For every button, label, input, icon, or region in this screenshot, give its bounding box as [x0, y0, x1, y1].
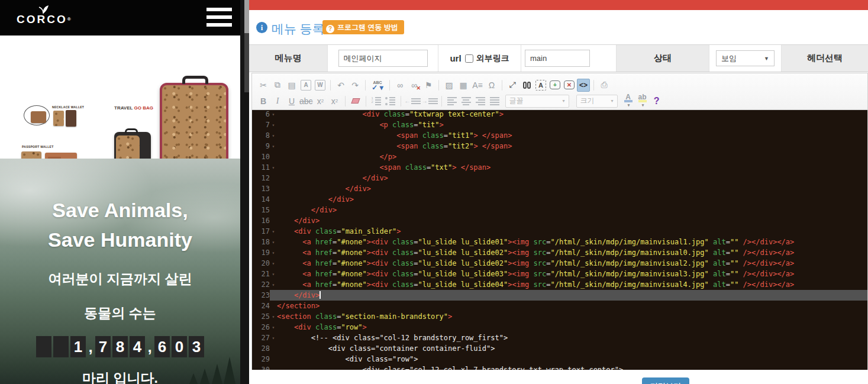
code-line-10[interactable]: 10 </p> — [252, 151, 867, 162]
fold-arrow-icon[interactable]: ▾ — [270, 165, 277, 170]
fold-arrow-icon[interactable]: ▾ — [270, 133, 277, 138]
counter-digit: 3 — [189, 336, 204, 357]
copy-icon[interactable]: ⧉ — [271, 79, 284, 92]
code-line-15[interactable]: 15 </div> — [252, 205, 867, 215]
code-line-21[interactable]: 21▾ <a href="#none"><div class="lu_slide… — [252, 269, 867, 279]
remove-format-icon[interactable] — [349, 95, 362, 108]
paste-word-icon[interactable]: W — [315, 80, 325, 91]
table-icon[interactable]: ▦ — [457, 79, 470, 92]
line-number: 10 — [252, 153, 270, 161]
link-icon[interactable]: ∞ — [393, 79, 406, 92]
preview-button[interactable]: 미리보기 — [642, 377, 689, 384]
anchor-icon[interactable]: ⚑ — [422, 79, 435, 92]
code-line-28[interactable]: 28 <div class="container container-fluid… — [252, 343, 867, 354]
code-line-6[interactable]: 6▾ <div class="txtwrap text-center"> — [252, 110, 867, 120]
code-line-18[interactable]: 18▾ <a href="#none"><div class="lu_slide… — [252, 237, 867, 247]
code-line-27[interactable]: 27▾ <!-- <div class="col-12 brandstory_r… — [252, 333, 867, 343]
text-color-icon[interactable]: A▾ — [622, 95, 635, 108]
fold-arrow-icon[interactable]: ▾ — [270, 261, 277, 266]
spellcheck-icon[interactable]: ABC✓ ▾ — [369, 79, 386, 92]
code-line-13[interactable]: 13 </div> — [252, 183, 867, 194]
code-line-16[interactable]: 16 </div> — [252, 215, 867, 226]
fold-arrow-icon[interactable]: ▾ — [270, 282, 277, 288]
code-line-22[interactable]: 22▾ <a href="#none"><div class="lu_slide… — [252, 279, 867, 290]
counter-digit: 6 — [154, 336, 170, 357]
paste-icon[interactable]: ▤ — [285, 79, 298, 92]
paste-text-icon[interactable]: A — [301, 80, 311, 91]
source-button[interactable]: <> — [577, 79, 590, 92]
code-line-23[interactable]: 23 </div> — [252, 290, 867, 301]
product-slider[interactable]: NECKLACE WALLET TRAVEL GO BAG PASSPORT W… — [0, 36, 240, 159]
code-line-17[interactable]: 17▾ <div class="main_slider"> — [252, 226, 867, 237]
site-logo[interactable]: CORCO® — [17, 5, 70, 25]
fold-arrow-icon[interactable]: ▾ — [270, 272, 277, 277]
fold-arrow-icon[interactable]: ▾ — [270, 122, 277, 128]
preview-scrollbar[interactable] — [240, 0, 249, 384]
align-left-icon[interactable] — [446, 95, 459, 108]
image-icon[interactable]: ▨ — [443, 79, 456, 92]
fold-arrow-icon[interactable]: ▾ — [270, 250, 277, 256]
code-line-20[interactable]: 20▾ <a href="#none"><div class="lu_slide… — [252, 258, 867, 269]
code-line-7[interactable]: 7▾ <p class="tit"> — [252, 120, 867, 130]
unlink-icon[interactable]: ∞✕ — [408, 79, 421, 92]
subscript-icon[interactable]: x2 — [314, 95, 327, 108]
code-line-14[interactable]: 14 </div> — [252, 194, 867, 205]
external-link-checkbox[interactable] — [465, 54, 473, 63]
fold-arrow-icon[interactable]: ▾ — [270, 314, 277, 320]
fold-arrow-icon[interactable]: ▾ — [270, 112, 277, 117]
code-line-12[interactable]: 12 </div> — [252, 173, 867, 183]
code-line-29[interactable]: 29 <div class="row"> — [252, 354, 867, 364]
superscript-icon[interactable]: x2 — [328, 95, 341, 108]
code-line-9[interactable]: 9▾ <span class="tit2"> </span> — [252, 141, 867, 151]
find-replace-icon[interactable] — [520, 79, 533, 92]
align-center-icon[interactable] — [460, 95, 473, 108]
fold-arrow-icon[interactable]: ▾ — [270, 144, 277, 149]
italic-icon[interactable]: I — [271, 95, 284, 108]
hamburger-menu-icon[interactable] — [206, 8, 232, 27]
font-combo[interactable]: 글꼴▾ — [505, 95, 569, 108]
redo-icon[interactable]: ↷ — [349, 79, 362, 92]
underline-icon[interactable]: U — [285, 95, 298, 108]
menu-name-label: 메뉴명 — [249, 45, 328, 72]
numbered-list-icon[interactable] — [370, 95, 383, 108]
hero-title: Save Animals, Save Humanity — [0, 195, 240, 254]
cut-icon[interactable]: ✂ — [257, 79, 270, 92]
maximize-icon[interactable]: ⤢ — [506, 79, 519, 92]
source-code-area[interactable]: 6▾ <div class="txtwrap text-center">7▾ <… — [252, 110, 867, 370]
templates-icon[interactable]: ✕ — [564, 80, 575, 89]
align-justify-icon[interactable] — [488, 95, 501, 108]
url-input[interactable] — [525, 50, 590, 67]
code-line-26[interactable]: 26▾ <div class="row"> — [252, 322, 867, 333]
about-icon[interactable]: ? — [650, 95, 663, 108]
print-icon[interactable]: ⎙ — [598, 79, 611, 92]
program-link-help-button[interactable]: ?프로그램 연동 방법 — [322, 20, 404, 34]
code-line-24[interactable]: 24</section> — [252, 301, 867, 311]
status-select[interactable]: 보임 ▼ — [716, 50, 775, 66]
undo-icon[interactable]: ↶ — [334, 79, 347, 92]
horizontal-rule-icon[interactable]: A≡ — [471, 79, 484, 92]
code-line-25[interactable]: 25▾<section class="section-main-brandsto… — [252, 311, 867, 322]
fold-arrow-icon[interactable]: ▾ — [270, 240, 277, 245]
line-number: 23 — [252, 291, 270, 299]
fold-arrow-icon[interactable]: ▾ — [270, 229, 277, 234]
align-right-icon[interactable] — [474, 95, 487, 108]
select-all-icon[interactable]: A — [535, 80, 546, 91]
menu-name-input[interactable] — [338, 50, 428, 67]
admin-panel: i 메뉴 등록 ?프로그램 연동 방법 메뉴명 url 외부링크 상태 보임 ▼ — [249, 0, 868, 384]
code-line-30[interactable]: 30 <div class="col-12 col-xl-7 brandstor… — [252, 364, 867, 370]
fold-arrow-icon[interactable]: ▾ — [270, 325, 277, 330]
outdent-icon[interactable]: ← — [405, 95, 421, 108]
code-line-8[interactable]: 8▾ <span class="tit1"> </span> — [252, 130, 867, 141]
strikethrough-icon[interactable]: abc — [299, 95, 313, 108]
code-line-19[interactable]: 19▾ <a href="#none"><div class="lu_slide… — [252, 247, 867, 258]
special-char-icon[interactable]: Ω — [485, 79, 498, 92]
fold-arrow-icon[interactable]: ▾ — [270, 335, 277, 341]
size-combo[interactable]: 크기▾ — [576, 95, 618, 108]
bg-color-icon[interactable]: ab▾ — [636, 95, 649, 108]
indent-icon[interactable]: → — [422, 95, 438, 108]
new-page-icon[interactable]: + — [550, 80, 560, 89]
code-line-11[interactable]: 11▾ <span class="txt"> </span> — [252, 162, 867, 173]
bold-icon[interactable]: B — [257, 95, 270, 108]
bulleted-list-icon[interactable] — [384, 95, 397, 108]
scrollbar-thumb[interactable] — [244, 0, 249, 33]
